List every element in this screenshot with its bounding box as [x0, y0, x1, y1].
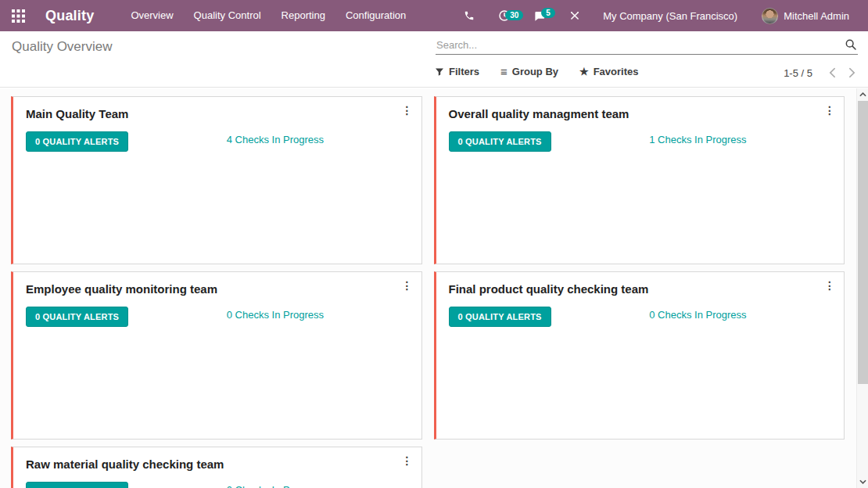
group-by-label: Group By [512, 66, 558, 77]
kanban-cards: Main Quality Team ⋮ 0 QUALITY ALERTS 4 C… [11, 96, 845, 488]
top-navbar: Quality Overview Quality Control Reporti… [0, 0, 868, 31]
activities-button[interactable]: 30 [497, 8, 511, 23]
search-icon [845, 38, 857, 51]
apps-menu-button[interactable] [0, 0, 36, 31]
checks-in-progress-link[interactable]: 0 Checks In Progress [217, 484, 324, 488]
scroll-down-icon [859, 479, 866, 484]
company-switcher[interactable]: My Company (San Francisco) [603, 10, 737, 22]
pager-value: 1-5 / 5 [784, 67, 812, 79]
filters-button[interactable]: Filters [435, 66, 479, 77]
menu-quality-control[interactable]: Quality Control [184, 0, 271, 31]
quality-team-card: Final product quality checking team ⋮ 0 … [434, 271, 845, 440]
checks-in-progress-link[interactable]: 4 Checks In Progress [217, 134, 324, 145]
pager-next-button[interactable] [846, 66, 858, 80]
kebab-menu-icon[interactable]: ⋮ [399, 453, 416, 468]
phone-icon [464, 10, 475, 21]
scroll-up-button[interactable] [857, 88, 868, 100]
tools-icon [569, 10, 580, 21]
team-title: Raw material quality checking team [26, 457, 409, 472]
control-panel: Quality Overview Filters ≡ Group By ★ Fa… [0, 31, 868, 88]
search-bar [436, 37, 858, 55]
card-row: 0 QUALITY ALERTS 0 Checks In Progress [26, 307, 409, 327]
card-row: 0 QUALITY ALERTS 4 Checks In Progress [26, 131, 409, 152]
menu-reporting[interactable]: Reporting [271, 0, 335, 31]
kanban-view: Main Quality Team ⋮ 0 QUALITY ALERTS 4 C… [0, 88, 856, 488]
message-count-badge: 5 [541, 8, 555, 18]
app-title[interactable]: Quality [45, 8, 94, 24]
menu-configuration[interactable]: Configuration [335, 0, 416, 31]
pager-previous-button[interactable] [827, 66, 838, 80]
card-row: 0 QUALITY ALERTS 0 Checks In Progress [449, 307, 832, 327]
messages-button[interactable]: 5 [533, 8, 547, 23]
user-menu[interactable]: Mitchell Admin [762, 8, 849, 24]
chevron-left-icon [828, 67, 837, 78]
group-by-icon: ≡ [500, 67, 508, 77]
quality-team-card: Main Quality Team ⋮ 0 QUALITY ALERTS 4 C… [11, 96, 422, 264]
kebab-menu-icon[interactable]: ⋮ [399, 102, 416, 118]
search-input[interactable] [436, 37, 858, 54]
team-title: Employee quality monitoring team [26, 282, 409, 296]
kebab-menu-icon[interactable]: ⋮ [821, 102, 838, 118]
app-menu: Overview Quality Control Reporting Confi… [120, 0, 416, 31]
quality-alerts-button[interactable]: 0 QUALITY ALERTS [449, 131, 551, 152]
team-title: Final product quality checking team [449, 282, 832, 296]
scrollbar-thumb[interactable] [858, 101, 868, 384]
quality-team-card: Raw material quality checking team ⋮ 0 Q… [11, 447, 422, 488]
menu-overview[interactable]: Overview [120, 0, 183, 31]
avatar [762, 8, 778, 24]
tools-button[interactable] [568, 8, 582, 23]
favorites-button[interactable]: ★ Favorites [579, 66, 638, 77]
breadcrumb: Quality Overview [12, 39, 112, 55]
scroll-down-button[interactable] [857, 475, 868, 487]
checks-in-progress-link[interactable]: 0 Checks In Progress [640, 309, 746, 321]
team-title: Overall quality managment team [449, 106, 832, 121]
user-name: Mitchell Admin [784, 10, 849, 22]
filter-icon [435, 67, 444, 77]
chevron-right-icon [848, 67, 856, 78]
favorites-label: Favorites [594, 66, 639, 77]
search-options: Filters ≡ Group By ★ Favorites [435, 66, 638, 77]
vertical-scrollbar[interactable] [856, 88, 868, 488]
card-row: 0 QUALITY ALERTS 0 Checks In Progress [26, 482, 409, 488]
activity-count-badge: 30 [505, 10, 523, 20]
favorites-star-icon: ★ [579, 67, 589, 77]
quality-alerts-button[interactable]: 0 QUALITY ALERTS [26, 482, 128, 488]
checks-in-progress-link[interactable]: 1 Checks In Progress [640, 134, 746, 145]
pager: 1-5 / 5 [784, 66, 858, 80]
phone-button[interactable] [462, 8, 476, 23]
search-button[interactable] [845, 38, 857, 54]
checks-in-progress-link[interactable]: 0 Checks In Progress [217, 309, 324, 321]
quality-team-card: Employee quality monitoring team ⋮ 0 QUA… [11, 271, 422, 440]
team-title: Main Quality Team [26, 106, 409, 121]
group-by-button[interactable]: ≡ Group By [500, 66, 558, 77]
apps-grid-icon [12, 9, 25, 23]
systray: 30 5 My Company (San Francisco) Mitchell… [462, 8, 849, 24]
quality-team-card: Overall quality managment team ⋮ 0 QUALI… [434, 96, 845, 264]
card-row: 0 QUALITY ALERTS 1 Checks In Progress [449, 131, 832, 152]
scroll-up-icon [859, 92, 866, 97]
quality-alerts-button[interactable]: 0 QUALITY ALERTS [26, 131, 128, 152]
quality-alerts-button[interactable]: 0 QUALITY ALERTS [449, 307, 551, 327]
kebab-menu-icon[interactable]: ⋮ [821, 278, 838, 293]
filters-label: Filters [449, 66, 479, 77]
kebab-menu-icon[interactable]: ⋮ [399, 278, 416, 293]
quality-alerts-button[interactable]: 0 QUALITY ALERTS [26, 307, 128, 327]
